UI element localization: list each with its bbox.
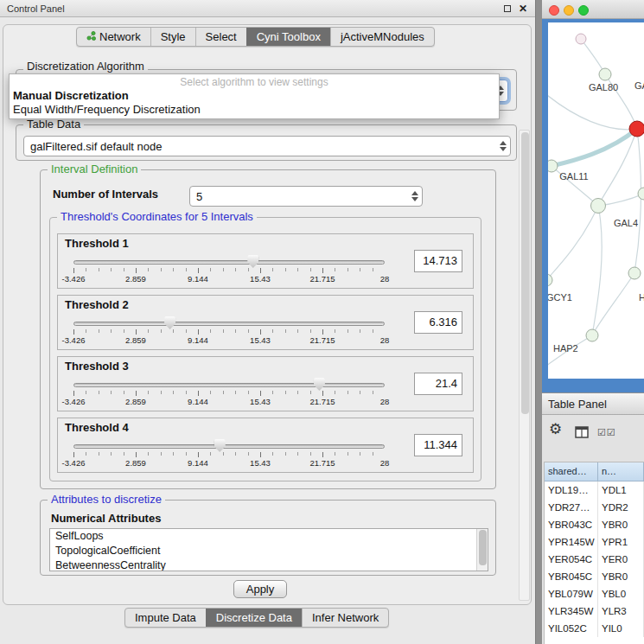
slider-thumb[interactable] — [314, 378, 325, 391]
cell[interactable]: YBR045C — [545, 568, 598, 585]
table-panel-header: Table Panel — [542, 392, 644, 415]
cell[interactable]: YER0 — [598, 551, 644, 568]
float-window-icon[interactable] — [504, 5, 511, 12]
scale-label: 15.43 — [250, 335, 271, 345]
network-node[interactable] — [548, 274, 552, 286]
tab-cyni-toolbox[interactable]: Cyni Toolbox — [246, 28, 330, 46]
cell[interactable]: YBR0 — [598, 568, 644, 585]
cell[interactable]: YDR27… — [545, 499, 598, 516]
minimize-traffic-light-icon[interactable] — [564, 5, 574, 16]
checkbox-icons[interactable]: ☑☑ — [597, 427, 616, 438]
scale-label: 2.859 — [125, 335, 146, 345]
node-table: shared… n… YDL19…YDL1 YDR27…YDR2 YBR043C… — [544, 462, 644, 644]
number-of-intervals-combo[interactable]: 5 — [189, 186, 423, 207]
zoom-traffic-light-icon[interactable] — [578, 5, 589, 16]
list-scrollbar[interactable] — [476, 529, 488, 571]
table-row[interactable]: YBR043CYBR0 — [545, 516, 644, 533]
cell[interactable]: YDR2 — [598, 499, 644, 516]
list-item[interactable]: SelfLoops — [50, 529, 488, 544]
network-node[interactable] — [586, 329, 598, 341]
cell[interactable]: YLR3 — [598, 603, 644, 620]
panel-scrollbar-thumb[interactable] — [521, 132, 529, 414]
dropdown-option-manual[interactable]: Manual Discretization — [10, 89, 499, 103]
cell[interactable]: YPR1 — [598, 533, 644, 551]
combo-stepper-icon[interactable] — [408, 191, 422, 201]
cell[interactable]: YPR145W — [545, 533, 598, 551]
node-label: HAP2 — [553, 343, 578, 354]
network-node[interactable] — [628, 267, 641, 279]
table-row[interactable]: YPR145WYPR1 — [545, 533, 644, 551]
cell[interactable]: YBL0 — [598, 585, 644, 603]
column-header-name[interactable]: n… — [598, 462, 644, 481]
slider-thumb[interactable] — [214, 439, 226, 452]
list-item[interactable]: BetweennessCentrality — [50, 558, 488, 571]
close-icon[interactable]: ✕ — [519, 3, 527, 14]
scale-label: 28 — [380, 335, 390, 345]
cell[interactable]: YBR0 — [598, 516, 644, 533]
slider-track[interactable] — [73, 444, 385, 449]
network-canvas[interactable]: GAL80 GA GAL11 GAL4 GCY1 HAP2 H — [548, 22, 644, 379]
table-row[interactable]: YDL19…YDL1 — [545, 481, 644, 499]
columns-icon[interactable] — [575, 426, 589, 442]
table-row[interactable]: YBL079WYBL0 — [545, 585, 644, 603]
list-item[interactable]: TopologicalCoefficient — [50, 544, 488, 558]
selected-red-node[interactable] — [629, 121, 644, 137]
threshold-3-value-input[interactable]: 21.4 — [414, 373, 462, 395]
network-node[interactable] — [548, 160, 558, 172]
network-node[interactable] — [576, 34, 586, 44]
tab-infer-network[interactable]: Infer Network — [302, 609, 388, 627]
slider-ticks-major — [73, 452, 385, 457]
cell[interactable]: YBR043C — [545, 516, 598, 533]
threshold-panel-4: Threshold 4 -3.426 2.859 9.144 15.43 21.… — [57, 418, 474, 473]
dropdown-option-equal-width[interactable]: Equal Width/Frequency Discretization — [10, 103, 499, 117]
node-label: GAL4 — [614, 218, 638, 228]
cell[interactable]: YBL079W — [545, 585, 598, 603]
threshold-2-value-input[interactable]: 6.316 — [414, 311, 462, 334]
table-row[interactable]: YLR345WYLR3 — [545, 603, 644, 620]
list-scrollbar-thumb[interactable] — [479, 530, 487, 565]
threshold-3-slider: -3.426 2.859 9.144 15.43 21.715 28 — [73, 376, 385, 409]
cell[interactable]: YIL052C — [545, 620, 598, 637]
network-node[interactable] — [591, 199, 606, 214]
threshold-panel-2: Threshold 2 -3.426 2.859 9.144 15.43 21.… — [57, 295, 474, 350]
network-node[interactable] — [599, 68, 611, 80]
panel-scrollbar[interactable] — [519, 130, 530, 601]
slider-thumb[interactable] — [164, 316, 175, 329]
tab-network[interactable]: Network — [77, 28, 150, 46]
cell[interactable]: YIL0 — [598, 620, 644, 637]
table-row[interactable]: YER054CYER0 — [545, 551, 644, 568]
threshold-1-label: Threshold 1 — [65, 237, 129, 250]
slider-track[interactable] — [73, 260, 385, 265]
number-of-intervals-label: Number of Intervals — [53, 188, 158, 201]
threshold-1-value-input[interactable]: 14.713 — [414, 250, 462, 272]
table-row[interactable]: YBR045CYBR0 — [545, 568, 644, 585]
tab-jactivemnodules[interactable]: jActiveMNodules — [330, 28, 434, 46]
combo-stepper-icon[interactable] — [496, 141, 510, 151]
column-header-shared[interactable]: shared… — [545, 462, 598, 481]
cell[interactable]: YER054C — [545, 551, 598, 568]
cell[interactable]: YDL1 — [598, 481, 644, 499]
close-traffic-light-icon[interactable] — [549, 5, 559, 16]
cell[interactable]: YDL19… — [545, 481, 598, 499]
node-label: GCY1 — [548, 292, 572, 303]
tab-discretize-data[interactable]: Discretize Data — [206, 609, 302, 627]
table-row[interactable]: YIL052CYIL0 — [545, 620, 644, 637]
apply-button[interactable]: Apply — [233, 580, 287, 598]
gear-icon[interactable]: ⚙ — [549, 422, 562, 437]
table-data-combo[interactable]: galFiltered.sif default node — [23, 136, 511, 156]
window-title: Control Panel — [0, 3, 504, 14]
threshold-2-label: Threshold 2 — [65, 298, 129, 311]
threshold-4-value-input[interactable]: 11.344 — [414, 434, 462, 456]
threshold-4-slider: -3.426 2.859 9.144 15.43 21.715 28 — [73, 437, 385, 470]
tab-infer-network-label: Infer Network — [312, 611, 379, 624]
bottom-tab-bar: Impute Data Discretize Data Infer Networ… — [124, 608, 389, 628]
slider-thumb[interactable] — [247, 255, 258, 268]
slider-track[interactable] — [73, 322, 385, 326]
table-row[interactable]: YDR27…YDR2 — [545, 499, 644, 516]
tab-impute-data[interactable]: Impute Data — [125, 609, 206, 627]
network-node[interactable] — [638, 188, 644, 200]
cell[interactable]: YLR345W — [545, 603, 598, 620]
tab-select[interactable]: Select — [195, 28, 246, 46]
tab-style[interactable]: Style — [150, 28, 195, 46]
slider-track[interactable] — [73, 383, 385, 387]
